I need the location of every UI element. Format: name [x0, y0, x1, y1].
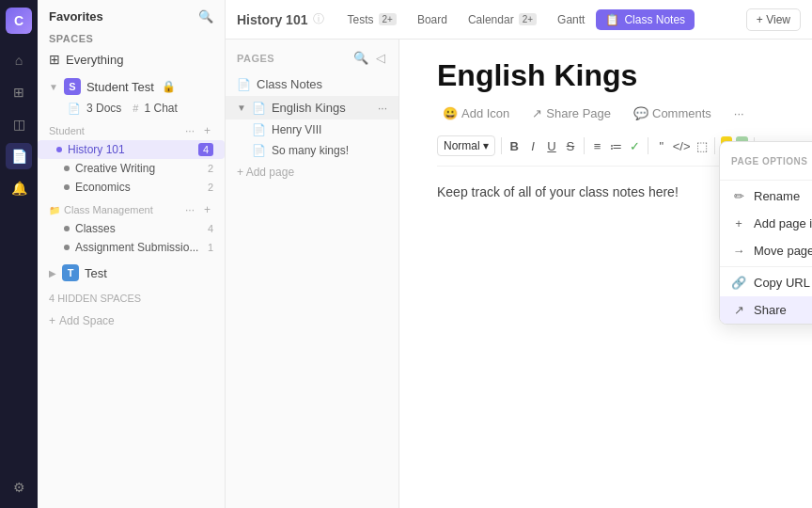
doc-title[interactable]: English Kings — [437, 58, 774, 93]
tab-board[interactable]: Board — [408, 9, 457, 30]
breadcrumb: History 101 ⓘ — [237, 11, 324, 27]
add-icon-icon: 😀 — [443, 106, 458, 120]
pages-panel: PAGES 🔍 ◁ 📄 Class Notes ▼ 📄 English King… — [226, 40, 399, 508]
so-many-kings-icon: 📄 — [252, 144, 266, 157]
hidden-spaces[interactable]: 4 HIDDEN SPACES — [38, 287, 225, 310]
share-icon: ↗ — [731, 303, 746, 317]
comments-btn[interactable]: 💬 Comments — [628, 104, 717, 122]
underline-btn[interactable]: U — [544, 134, 559, 158]
page-english-kings[interactable]: ▼ 📄 English Kings ··· — [226, 96, 398, 119]
content-area: History 101 ⓘ Tests 2+ Board Calendar 2+… — [226, 0, 812, 508]
class-mgmt-actions: ··· + — [182, 202, 213, 217]
sidebar-economics[interactable]: Economics 2 — [38, 178, 225, 197]
unordered-list-btn[interactable]: ≡ — [590, 134, 605, 158]
sidebar-history[interactable]: History 101 4 — [38, 140, 225, 159]
ctx-rename[interactable]: ✏ Rename — [720, 183, 812, 210]
economics-dot — [64, 184, 70, 190]
strikethrough-btn[interactable]: S — [563, 134, 578, 158]
quote-btn[interactable]: " — [654, 134, 669, 158]
sidebar: Favorites 🔍 Spaces ⊞ Everything ▼ S Stud… — [38, 0, 226, 508]
main-split: PAGES 🔍 ◁ 📄 Class Notes ▼ 📄 English King… — [226, 40, 812, 508]
code-btn[interactable]: </> — [673, 134, 691, 158]
sidebar-search-icon[interactable]: 🔍 — [198, 9, 213, 24]
student-more-btn[interactable]: ··· — [182, 123, 197, 138]
sidebar-classes[interactable]: Classes 4 — [38, 219, 225, 238]
ordered-list-btn[interactable]: ≔ — [608, 134, 623, 158]
sidebar-header: Favorites 🔍 — [38, 0, 225, 27]
search-icon[interactable]: ⊞ — [6, 79, 32, 105]
student-add-btn[interactable]: + — [201, 123, 213, 138]
bold-btn[interactable]: B — [507, 134, 522, 158]
notifications-icon[interactable]: 🔔 — [6, 175, 32, 201]
student-test-section: ▼ S Student Test 🔒 📄 3 Docs # 1 Chat Stu… — [38, 72, 225, 259]
page-henry-viii[interactable]: 📄 Henry VIII — [226, 119, 398, 140]
student-workspace-label: Student ··· + — [38, 118, 225, 140]
henry-viii-icon: 📄 — [252, 123, 266, 136]
ctx-add-page-inside[interactable]: + Add page inside — [720, 210, 812, 237]
class-notes-tab-icon: 📋 — [605, 13, 619, 26]
pages-actions: 🔍 ◁ — [351, 49, 387, 67]
classes-count: 4 — [208, 223, 213, 234]
student-test-space[interactable]: ▼ S Student Test 🔒 — [38, 74, 225, 99]
spaces-icon[interactable]: ◫ — [6, 111, 32, 137]
ctx-move-page[interactable]: → Move page — [720, 237, 812, 264]
settings-icon[interactable]: ⚙ — [6, 474, 32, 500]
class-mgmt-text: Class Management — [64, 204, 153, 215]
class-mgmt-more-btn[interactable]: ··· — [182, 202, 197, 217]
student-actions: ··· + — [182, 123, 213, 138]
spaces-label[interactable]: Spaces — [38, 29, 225, 48]
add-space-btn[interactable]: + Add Space — [38, 310, 225, 332]
sidebar-docs[interactable]: 📄 3 Docs # 1 Chat — [38, 99, 225, 118]
format-dropdown[interactable]: Normal ▾ — [437, 135, 495, 156]
page-so-many-kings[interactable]: 📄 So many kings! — [226, 140, 398, 161]
tab-calendar[interactable]: Calendar 2+ — [459, 9, 546, 30]
add-page-btn[interactable]: + Add page — [226, 161, 398, 183]
creative-dot — [64, 166, 70, 171]
ctx-copy-url[interactable]: 🔗 Copy URL — [720, 269, 812, 296]
toolbar-sep-3 — [648, 137, 648, 154]
checklist-btn[interactable]: ✓ — [627, 134, 642, 158]
test-space[interactable]: ▶ T Test — [38, 261, 225, 285]
ctx-share[interactable]: ↗ Share — [720, 296, 812, 324]
link-icon: 🔗 — [731, 276, 746, 290]
ctx-sep-2 — [720, 266, 812, 267]
ctx-sep-1 — [720, 180, 812, 181]
calendar-count-badge: 2+ — [519, 13, 537, 25]
class-mgmt-add-btn[interactable]: + — [201, 202, 213, 217]
embed-btn[interactable]: ⬚ — [695, 134, 710, 158]
info-icon: ⓘ — [313, 11, 324, 27]
add-icon-btn[interactable]: 😀 Add Icon — [437, 104, 515, 122]
share-page-btn[interactable]: ↗ Share Page — [526, 104, 617, 122]
page-class-notes[interactable]: 📄 Class Notes — [226, 72, 398, 96]
tab-tests[interactable]: Tests 2+ — [337, 9, 405, 30]
pages-collapse-btn[interactable]: ◁ — [374, 49, 387, 67]
more-meta-btn[interactable]: ··· — [728, 104, 750, 122]
add-inside-icon: + — [731, 216, 746, 230]
icon-bar: C ⌂ ⊞ ◫ 📄 🔔 ⚙ — [0, 0, 38, 508]
context-menu: PAGE OPTIONS ⧉ 🗑 ✏ Rename + Add page ins… — [719, 141, 812, 325]
rename-icon: ✏ — [731, 189, 746, 203]
english-kings-icon: 📄 — [252, 102, 266, 115]
sidebar-creative-writing[interactable]: Creative Writing 2 — [38, 159, 225, 178]
class-notes-page-icon: 📄 — [237, 78, 251, 91]
everything-item[interactable]: ⊞ Everything — [38, 48, 225, 71]
add-view-btn[interactable]: + View — [746, 8, 801, 31]
favorites-label: Favorites — [49, 9, 103, 24]
italic-btn[interactable]: I — [525, 134, 540, 158]
tab-gantt[interactable]: Gantt — [548, 9, 594, 30]
app-logo[interactable]: C — [6, 8, 32, 34]
share-page-icon: ↗ — [532, 106, 542, 120]
english-kings-more-btn[interactable]: ··· — [378, 102, 387, 115]
move-icon: → — [731, 244, 746, 258]
breadcrumb-history[interactable]: History 101 — [237, 12, 307, 27]
docs-icon[interactable]: 📄 — [6, 143, 32, 169]
toolbar-sep-4 — [714, 137, 715, 154]
toolbar-sep-1 — [501, 137, 502, 154]
sidebar-assignment[interactable]: Assignment Submissio... 1 — [38, 238, 225, 257]
pages-search-btn[interactable]: 🔍 — [351, 49, 370, 67]
tests-count-badge: 2+ — [379, 13, 397, 25]
creative-count: 2 — [208, 163, 213, 174]
tab-classnotes[interactable]: 📋 Class Notes — [596, 9, 695, 30]
context-menu-header: PAGE OPTIONS ⧉ 🗑 — [720, 142, 812, 178]
home-icon[interactable]: ⌂ — [6, 47, 32, 73]
